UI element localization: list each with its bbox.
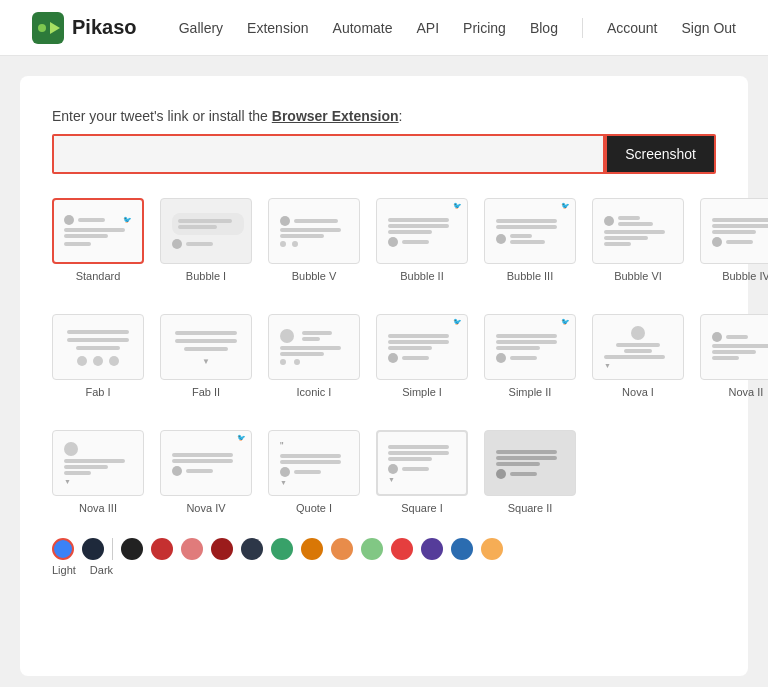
template-square2[interactable]: Square II [484,430,576,514]
color-swatch-light[interactable] [52,538,74,560]
template-label-simple2: Simple II [509,386,552,398]
template-label-simple1: Simple I [402,386,442,398]
template-label-nova4: Nova IV [186,502,225,514]
template-quote1[interactable]: " ▼ Quote I [268,430,360,514]
template-square1[interactable]: ▼ Square I [376,430,468,514]
template-bubble6[interactable]: Bubble VI [592,198,684,282]
template-nova3[interactable]: ▼ Nova III [52,430,144,514]
template-nova4[interactable]: 🐦 Nova IV [160,430,252,514]
color-swatch-11[interactable] [451,538,473,560]
logo-icon [32,12,64,44]
template-bubble2[interactable]: 🐦 Bubble II [376,198,468,282]
template-bubblev[interactable]: Bubble V [268,198,360,282]
template-label-nova2: Nova II [729,386,764,398]
templates-row2: Fab I ▼ Fab II [52,314,716,398]
color-swatch-12[interactable] [481,538,503,560]
color-swatch-9[interactable] [391,538,413,560]
color-swatch-10[interactable] [421,538,443,560]
template-nova2[interactable]: 🐦 Nova II [700,314,768,398]
light-label: Light [52,564,76,576]
template-label-bubble3: Bubble III [507,270,553,282]
template-preview-bubblev [268,198,360,264]
template-label-square2: Square II [508,502,553,514]
template-label-bubblev: Bubble V [292,270,337,282]
template-nova1[interactable]: ▼ Nova I [592,314,684,398]
color-section: Light Dark [52,538,716,576]
template-iconic1[interactable]: Iconic I [268,314,360,398]
template-label-nova3: Nova III [79,502,117,514]
nav-blog[interactable]: Blog [530,20,558,36]
template-label-fab1: Fab I [85,386,110,398]
nav-automate[interactable]: Automate [333,20,393,36]
color-swatch-8[interactable] [361,538,383,560]
template-preview-bubble6 [592,198,684,264]
color-swatch-4[interactable] [241,538,263,560]
nav-account[interactable]: Account [607,20,658,36]
nav-pricing[interactable]: Pricing [463,20,506,36]
svg-point-1 [38,24,46,32]
url-bar: Screenshot [52,134,716,174]
template-label-nova1: Nova I [622,386,654,398]
browser-extension-link[interactable]: Browser Extension [272,108,399,124]
template-simple2[interactable]: 🐦 Simple II [484,314,576,398]
template-standard[interactable]: 🐦 Standard [52,198,144,282]
screenshot-button[interactable]: Screenshot [605,134,716,174]
url-section: Enter your tweet's link or install the B… [52,108,716,174]
url-label: Enter your tweet's link or install the B… [52,108,716,124]
template-preview-square2 [484,430,576,496]
color-swatch-5[interactable] [271,538,293,560]
template-preview-quote1: " ▼ [268,430,360,496]
template-bubble3[interactable]: 🐦 Bubble III [484,198,576,282]
template-fab1[interactable]: Fab I [52,314,144,398]
main-nav: Gallery Extension Automate API Pricing B… [179,18,736,38]
template-preview-fab2: ▼ [160,314,252,380]
header: Pikaso Gallery Extension Automate API Pr… [0,0,768,56]
template-simple1[interactable]: 🐦 Simple I [376,314,468,398]
template-preview-nova4: 🐦 [160,430,252,496]
template-preview-bubble1 [160,198,252,264]
color-swatch-6[interactable] [301,538,323,560]
template-preview-simple2: 🐦 [484,314,576,380]
nav-gallery[interactable]: Gallery [179,20,223,36]
templates-row1: 🐦 Standard Bubble I [52,198,716,282]
template-label-fab2: Fab II [192,386,220,398]
template-label-bubble1: Bubble I [186,270,226,282]
logo-area: Pikaso [32,12,136,44]
nav-signout[interactable]: Sign Out [682,20,736,36]
template-preview-bubble2: 🐦 [376,198,468,264]
color-swatch-3[interactable] [211,538,233,560]
swatches-row [52,538,716,560]
nav-divider [582,18,583,38]
tweet-url-input[interactable] [52,134,605,174]
color-swatch-7[interactable] [331,538,353,560]
template-preview-fab1 [52,314,144,380]
template-preview-iconic1 [268,314,360,380]
color-swatch-1[interactable] [151,538,173,560]
template-bubble4[interactable]: 🐦 Bubble IV [700,198,768,282]
template-label-bubble6: Bubble VI [614,270,662,282]
color-labels: Light Dark [52,564,716,576]
template-preview-standard: 🐦 [52,198,144,264]
template-label-iconic1: Iconic I [297,386,332,398]
template-label-bubble4: Bubble IV [722,270,768,282]
templates-row3: ▼ Nova III 🐦 Nova IV " [52,430,716,514]
template-fab2[interactable]: ▼ Fab II [160,314,252,398]
color-swatch-dark[interactable] [82,538,104,560]
template-bubble1[interactable]: Bubble I [160,198,252,282]
template-label-square1: Square I [401,502,443,514]
nav-extension[interactable]: Extension [247,20,308,36]
template-preview-simple1: 🐦 [376,314,468,380]
color-swatch-0[interactable] [121,538,143,560]
template-preview-nova1: ▼ [592,314,684,380]
nav-api[interactable]: API [417,20,440,36]
template-label-standard: Standard [76,270,121,282]
template-preview-square1: ▼ [376,430,468,496]
template-preview-nova3: ▼ [52,430,144,496]
dark-label: Dark [90,564,113,576]
color-swatch-2[interactable] [181,538,203,560]
template-preview-bubble3: 🐦 [484,198,576,264]
color-divider [112,538,113,560]
template-preview-nova2: 🐦 [700,314,768,380]
template-preview-bubble4: 🐦 [700,198,768,264]
template-label-bubble2: Bubble II [400,270,443,282]
